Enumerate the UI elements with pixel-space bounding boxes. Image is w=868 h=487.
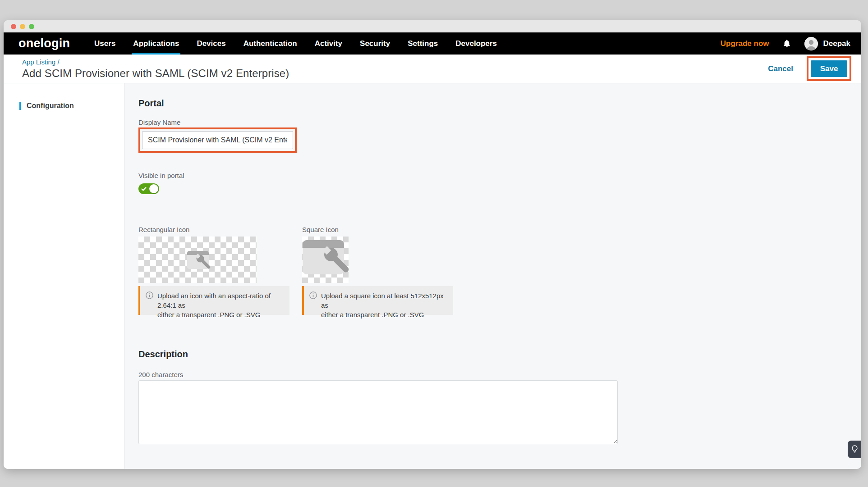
close-window-button[interactable]	[11, 24, 16, 29]
sidebar: Configuration	[4, 83, 124, 469]
maximize-window-button[interactable]	[29, 24, 34, 29]
breadcrumb[interactable]: App Listing /	[22, 58, 289, 66]
onelogin-logo[interactable]: onelogin	[18, 36, 70, 50]
save-annotation-box: Save	[807, 56, 851, 81]
rectangular-icon-preview[interactable]	[138, 237, 257, 283]
rectangular-icon-label: Rectangular Icon	[138, 226, 289, 233]
display-name-label: Display Name	[138, 118, 861, 126]
app-placeholder-icon	[138, 237, 257, 283]
page-header: App Listing / Add SCIM Provisioner with …	[4, 55, 861, 83]
sidebar-item-configuration[interactable]: Configuration	[19, 102, 124, 110]
upgrade-now-link[interactable]: Upgrade now	[721, 39, 769, 48]
nav-item-applications[interactable]: Applications	[133, 32, 179, 55]
description-section-heading: Description	[138, 349, 861, 360]
minimize-window-button[interactable]	[20, 24, 25, 29]
nav-item-devices[interactable]: Devices	[197, 32, 225, 55]
display-name-annotation-box	[138, 127, 297, 153]
toggle-knob	[149, 184, 158, 193]
active-indicator-bar	[19, 102, 21, 110]
description-textarea[interactable]	[138, 380, 618, 444]
check-icon	[141, 186, 147, 192]
square-icon-hint: Upload a square icon at least 512x512px …	[302, 286, 453, 315]
user-menu[interactable]: Deepak	[804, 37, 850, 50]
nav-item-activity[interactable]: Activity	[315, 32, 342, 55]
lightbulb-icon	[851, 445, 858, 454]
nav-item-security[interactable]: Security	[360, 32, 390, 55]
app-placeholder-icon	[302, 237, 349, 283]
nav-item-users[interactable]: Users	[94, 32, 115, 55]
rectangular-icon-hint: Upload an icon with an aspect-ratio of 2…	[138, 286, 289, 315]
nav-item-settings[interactable]: Settings	[408, 32, 438, 55]
save-button[interactable]: Save	[811, 60, 847, 77]
nav-item-developers[interactable]: Developers	[455, 32, 497, 55]
desktop: onelogin Users Applications Devices Auth…	[0, 0, 868, 487]
user-avatar	[804, 37, 818, 50]
info-icon	[146, 291, 153, 299]
display-name-input[interactable]	[142, 131, 293, 149]
nav-menu: Users Applications Devices Authenticatio…	[94, 32, 497, 55]
top-nav: onelogin Users Applications Devices Auth…	[4, 32, 861, 55]
cancel-button[interactable]: Cancel	[768, 64, 793, 73]
visible-in-portal-label: Visible in portal	[138, 172, 861, 179]
main-content: Portal Display Name Visible in portal Re…	[124, 83, 861, 469]
nav-item-authentication[interactable]: Authentication	[243, 32, 297, 55]
help-lightbulb-tab[interactable]	[848, 441, 861, 458]
square-icon-preview[interactable]	[302, 237, 349, 283]
page-title: Add SCIM Provisioner with SAML (SCIM v2 …	[22, 67, 289, 80]
info-icon	[309, 291, 317, 299]
character-count-label: 200 characters	[138, 371, 861, 378]
notifications-bell-icon[interactable]	[782, 39, 792, 49]
app-window: onelogin Users Applications Devices Auth…	[4, 20, 861, 469]
visible-in-portal-toggle[interactable]	[138, 183, 159, 194]
window-titlebar	[4, 20, 861, 32]
user-name: Deepak	[823, 39, 850, 48]
portal-section-heading: Portal	[138, 98, 861, 109]
square-icon-label: Square Icon	[302, 226, 453, 233]
